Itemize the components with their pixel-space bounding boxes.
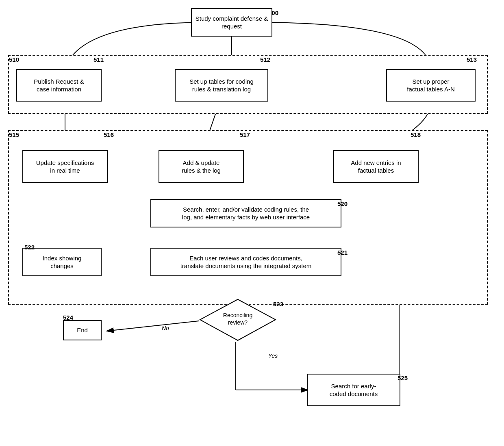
svg-text:review?: review? xyxy=(228,319,248,326)
label-525: 525 xyxy=(398,375,408,381)
node-500: Study complaint defense & request xyxy=(191,8,272,37)
label-521: 521 xyxy=(337,249,348,256)
label-522: 522 xyxy=(24,244,35,251)
node-517: Add & updaterules & the log xyxy=(159,150,244,183)
label-520: 520 xyxy=(337,200,348,207)
label-511: 511 xyxy=(93,56,104,63)
label-518: 518 xyxy=(411,131,421,138)
node-516: Update specificationsin real time xyxy=(22,150,108,183)
node-520: Search, enter, and/or validate coding ru… xyxy=(150,199,341,227)
node-511: Publish Request &case information xyxy=(16,69,102,102)
label-523: 523 xyxy=(273,301,283,307)
label-517: 517 xyxy=(240,131,250,138)
label-516: 516 xyxy=(104,131,114,138)
label-515: 515 xyxy=(9,131,19,138)
yes-label: Yes xyxy=(268,353,278,359)
node-521: Each user reviews and codes documents,tr… xyxy=(150,248,341,276)
node-513: Set up properfactual tables A-N xyxy=(386,69,476,102)
label-513: 513 xyxy=(467,56,477,63)
node-512: Set up tables for codingrules & translat… xyxy=(175,69,268,102)
no-label: No xyxy=(162,325,169,331)
node-524: End xyxy=(63,320,102,340)
svg-line-11 xyxy=(106,321,199,331)
label-524: 524 xyxy=(63,314,73,321)
node-523: Reconciling review? xyxy=(199,299,276,341)
node-525: Search for early-coded documents xyxy=(307,374,400,406)
svg-text:Reconciling: Reconciling xyxy=(223,312,252,318)
node-522: Index showingchanges xyxy=(22,248,102,276)
node-518: Add new entries infactual tables xyxy=(333,150,419,183)
label-512: 512 xyxy=(260,56,270,63)
label-510: 510 xyxy=(9,56,19,63)
flowchart-diagram: 500 510 511 512 513 515 516 517 518 Stud… xyxy=(0,0,504,446)
